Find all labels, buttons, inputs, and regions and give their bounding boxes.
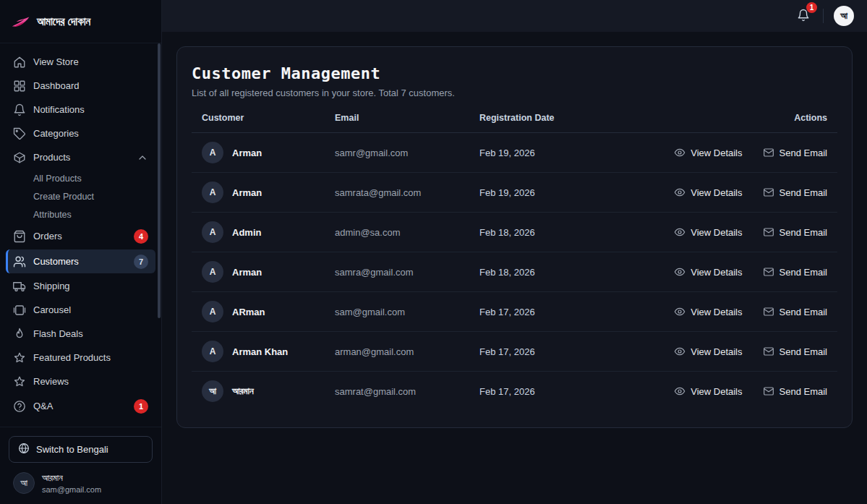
user-profile[interactable]: আ আরমান sam@gmail.com bbox=[9, 463, 153, 504]
view-details-button[interactable]: View Details bbox=[674, 187, 742, 198]
page-title: Customer Management bbox=[192, 64, 837, 82]
send-email-button[interactable]: Send Email bbox=[763, 226, 827, 238]
view-details-button[interactable]: View Details bbox=[674, 346, 742, 357]
customer-avatar: আ bbox=[202, 380, 223, 402]
row-actions: View DetailsSend Email bbox=[610, 346, 827, 357]
send-email-button[interactable]: Send Email bbox=[763, 306, 827, 317]
customer-email: samrat@gmail.com bbox=[335, 386, 479, 397]
registration-date: Feb 18, 2026 bbox=[479, 267, 610, 278]
star-icon bbox=[13, 375, 26, 388]
package-icon bbox=[13, 151, 26, 164]
profile-email: sam@gmail.com bbox=[42, 485, 101, 494]
sidebar-item-label: Notifications bbox=[33, 104, 148, 115]
sidebar-item-label: Flash Deals bbox=[33, 328, 148, 339]
sidebar-item-label: Categories bbox=[33, 128, 148, 139]
eye-icon bbox=[674, 266, 686, 278]
mail-icon bbox=[763, 187, 774, 198]
column-header-registration-date: Registration Date bbox=[479, 113, 610, 123]
sidebar-scrollbar[interactable] bbox=[158, 43, 161, 318]
sidebar-subitem-all-products[interactable]: All Products bbox=[6, 170, 155, 187]
notification-badge: 4 bbox=[134, 229, 148, 244]
help-circle-icon bbox=[13, 400, 26, 413]
column-header-customer: Customer bbox=[202, 113, 335, 123]
topbar-avatar[interactable]: আ bbox=[834, 6, 854, 26]
eye-icon bbox=[674, 346, 686, 357]
sidebar-item-q-a[interactable]: Q&A1 bbox=[6, 394, 155, 418]
row-actions: View DetailsSend Email bbox=[610, 147, 827, 158]
sidebar-item-orders[interactable]: Orders4 bbox=[6, 224, 155, 248]
sidebar-subitem-attributes[interactable]: Attributes bbox=[6, 206, 155, 223]
view-details-button[interactable]: View Details bbox=[674, 306, 742, 317]
topbar-divider bbox=[823, 9, 824, 23]
view-details-button[interactable]: View Details bbox=[674, 226, 742, 238]
send-email-button[interactable]: Send Email bbox=[763, 385, 827, 397]
sidebar-item-label: Customers bbox=[33, 256, 127, 267]
send-email-label: Send Email bbox=[780, 187, 827, 198]
customer-name: আরমান bbox=[232, 385, 254, 397]
sidebar-item-shipping[interactable]: Shipping bbox=[6, 275, 155, 297]
sidebar-item-label: Shipping bbox=[33, 281, 148, 291]
customer-email: admin@sa.com bbox=[335, 227, 479, 238]
sidebar: আমাদের দোকান View StoreDashboardNotifica… bbox=[0, 0, 162, 504]
customer-avatar: A bbox=[202, 221, 223, 243]
customer-avatar: A bbox=[202, 301, 223, 323]
column-header-email: Email bbox=[335, 113, 479, 123]
table-header: CustomerEmailRegistration DateActions bbox=[192, 113, 837, 133]
customer-email: samra@gmail.com bbox=[335, 267, 479, 278]
send-email-label: Send Email bbox=[780, 386, 827, 397]
customer-avatar: A bbox=[202, 341, 223, 362]
profile-name: আরমান bbox=[42, 473, 101, 484]
wing-logo-icon bbox=[12, 14, 30, 29]
send-email-button[interactable]: Send Email bbox=[763, 266, 827, 278]
view-details-button[interactable]: View Details bbox=[674, 147, 742, 158]
gallery-icon bbox=[13, 304, 26, 317]
view-details-label: View Details bbox=[691, 307, 742, 317]
customer-name: Arman bbox=[232, 267, 262, 278]
customer-cell: AARman bbox=[202, 301, 335, 323]
customer-email: samrata@gmail.com bbox=[335, 187, 479, 198]
customer-cell: AArman bbox=[202, 181, 335, 203]
sidebar-item-carousel[interactable]: Carousel bbox=[6, 299, 155, 321]
sidebar-item-featured-products[interactable]: Featured Products bbox=[6, 346, 155, 369]
view-details-button[interactable]: View Details bbox=[674, 266, 742, 278]
sidebar-item-flash-deals[interactable]: Flash Deals bbox=[6, 323, 155, 345]
customer-cell: AArman bbox=[202, 142, 335, 163]
row-actions: View DetailsSend Email bbox=[610, 266, 827, 278]
send-email-button[interactable]: Send Email bbox=[763, 147, 827, 158]
notification-badge: 7 bbox=[134, 255, 148, 269]
view-details-label: View Details bbox=[691, 227, 742, 238]
send-email-label: Send Email bbox=[780, 307, 827, 317]
sidebar-item-categories[interactable]: Categories bbox=[6, 122, 155, 145]
brand-name: আমাদের দোকান bbox=[37, 15, 90, 28]
switch-language-button[interactable]: Switch to Bengali bbox=[9, 436, 153, 463]
sidebar-item-notifications[interactable]: Notifications bbox=[6, 98, 155, 121]
customer-row: AArmansamrata@gmail.comFeb 19, 2026View … bbox=[192, 173, 837, 213]
sidebar-item-dashboard[interactable]: Dashboard bbox=[6, 74, 155, 97]
sidebar-item-view-store[interactable]: View Store bbox=[6, 51, 155, 73]
eye-icon bbox=[674, 226, 686, 238]
customer-cell: AArman bbox=[202, 261, 335, 283]
sidebar-item-label: View Store bbox=[33, 56, 148, 67]
view-details-label: View Details bbox=[691, 148, 742, 158]
chevron-wrap bbox=[137, 152, 148, 163]
topbar: 1 আ bbox=[162, 0, 867, 32]
customer-name: Arman bbox=[232, 148, 262, 158]
send-email-button[interactable]: Send Email bbox=[763, 346, 827, 357]
sidebar-subitem-label: Create Product bbox=[33, 192, 94, 202]
view-details-button[interactable]: View Details bbox=[674, 385, 742, 397]
customer-name: Arman bbox=[232, 187, 262, 198]
customer-row: AArman Khanarman@gmail.comFeb 17, 2026Vi… bbox=[192, 332, 837, 372]
send-email-label: Send Email bbox=[780, 148, 827, 158]
globe-icon-slot bbox=[18, 443, 30, 456]
sidebar-item-customers[interactable]: Customers7 bbox=[6, 249, 155, 273]
send-email-label: Send Email bbox=[780, 267, 827, 278]
registration-date: Feb 19, 2026 bbox=[479, 187, 610, 198]
sidebar-item-label: Q&A bbox=[33, 401, 127, 411]
send-email-button[interactable]: Send Email bbox=[763, 187, 827, 198]
notification-badge: 1 bbox=[134, 399, 148, 414]
notifications-button[interactable]: 1 bbox=[794, 6, 813, 27]
sidebar-item-products[interactable]: Products bbox=[6, 146, 155, 168]
customer-cell: AAdmin bbox=[202, 221, 335, 243]
sidebar-subitem-create-product[interactable]: Create Product bbox=[6, 188, 155, 205]
sidebar-item-reviews[interactable]: Reviews bbox=[6, 370, 155, 393]
